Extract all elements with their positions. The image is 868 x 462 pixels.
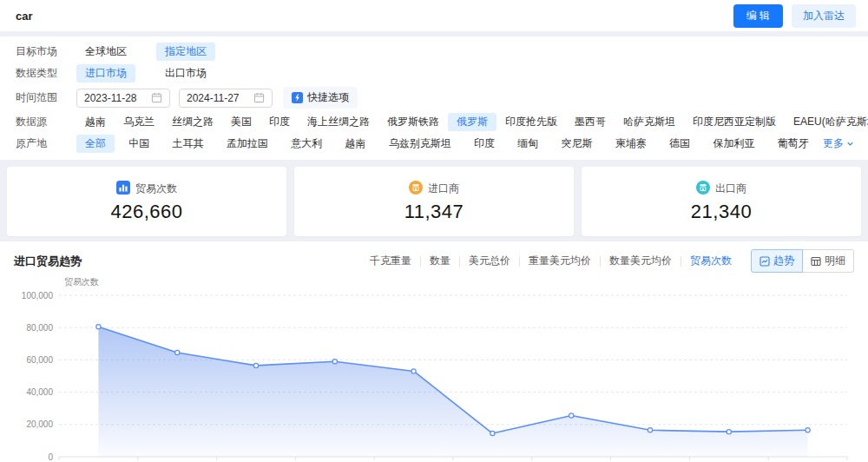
metric-usd-per-weight[interactable]: 重量美元均价 — [520, 254, 600, 268]
trend-view-button[interactable]: 趋势 — [751, 249, 803, 273]
filter-option[interactable]: 孟加拉国 — [218, 135, 277, 153]
stat-value: 21,340 — [691, 201, 752, 223]
filter-option[interactable]: 指定地区 — [156, 43, 215, 61]
filter-option[interactable]: 突尼斯 — [553, 135, 602, 153]
filter-option[interactable]: 印度 — [465, 135, 503, 153]
stat-card: 贸易次数426,660 — [7, 167, 286, 236]
filter-option[interactable]: 海上丝绸之路 — [299, 113, 378, 131]
filter-option[interactable]: 丝绸之路 — [163, 113, 222, 131]
filter-row-origin: 原产地 全部中国土耳其孟加拉国意大利越南乌兹别克斯坦印度缅甸突尼斯柬埔寨德国保加… — [16, 133, 854, 155]
filter-option[interactable]: 印度尼西亚定制版 — [684, 113, 785, 131]
stat-value: 11,347 — [404, 201, 464, 223]
importer-icon — [409, 181, 423, 197]
filter-option[interactable]: 越南 — [76, 113, 115, 131]
stat-label: 出口商 — [715, 182, 746, 196]
quick-select-icon — [292, 92, 303, 103]
filter-option[interactable]: 印度抢先版 — [496, 113, 566, 131]
filter-row-target-market: 目标市场 全球地区指定地区 — [16, 41, 854, 63]
svg-text:20,000: 20,000 — [26, 419, 53, 429]
filter-option[interactable]: 进口市场 — [76, 64, 135, 82]
chart-panel: 进口贸易趋势 千克重量 数量 美元总价 重量美元均价 数量美元均价 贸易次数 趋… — [0, 241, 868, 462]
stat-label: 进口商 — [428, 182, 459, 196]
chart-title: 进口贸易趋势 — [14, 254, 82, 269]
filter-row-data-type: 数据类型 进口市场出口市场 — [16, 63, 854, 84]
filter-option[interactable]: 中国 — [120, 135, 158, 153]
calendar-icon — [253, 92, 265, 103]
filter-option[interactable]: 葡萄牙 — [769, 135, 818, 153]
chart-toolbar: 千克重量 数量 美元总价 重量美元均价 数量美元均价 贸易次数 趋势 明细 — [361, 249, 854, 273]
filter-option[interactable]: 印度 — [260, 113, 299, 131]
svg-text:0: 0 — [48, 452, 53, 462]
svg-text:贸易次数: 贸易次数 — [64, 277, 99, 287]
filter-option[interactable]: 德国 — [661, 135, 699, 153]
add-to-radar-button[interactable]: 加入雷达 — [792, 4, 856, 28]
filter-label: 数据源 — [16, 115, 76, 129]
filter-option[interactable]: 美国 — [222, 113, 260, 131]
filter-option[interactable]: 越南 — [336, 135, 374, 153]
chevron-down-icon — [846, 140, 854, 148]
top-bar: car 编 辑 加入雷达 — [0, 0, 868, 31]
stat-card: 进口商11,347 — [294, 167, 574, 236]
detail-view-button[interactable]: 明细 — [803, 249, 854, 273]
trend-view-label: 趋势 — [773, 254, 794, 268]
filter-option[interactable]: 意大利 — [282, 135, 331, 153]
calendar-icon — [151, 92, 162, 103]
filter-option[interactable]: 缅甸 — [509, 135, 547, 153]
data-type-options: 进口市场出口市场 — [76, 64, 215, 82]
origin-options: 全部中国土耳其孟加拉国意大利越南乌兹别克斯坦印度缅甸突尼斯柬埔寨德国保加利亚葡萄… — [76, 135, 854, 153]
metric-trade-count[interactable]: 贸易次数 — [681, 254, 740, 268]
filter-option[interactable]: 土耳其 — [164, 135, 213, 153]
trend-chart-icon — [760, 256, 770, 267]
edit-button[interactable]: 编 辑 — [733, 4, 783, 28]
target-market-options: 全球地区指定地区 — [76, 43, 215, 61]
filter-label: 数据类型 — [16, 66, 76, 81]
data-source-options: 越南乌克兰丝绸之路美国印度海上丝绸之路俄罗斯铁路俄罗斯印度抢先版墨西哥哈萨克斯坦… — [76, 113, 868, 131]
filter-panel: 目标市场 全球地区指定地区 数据类型 进口市场出口市场 时间范围 2023-11… — [0, 36, 868, 160]
trend-area-chart: 020,00040,00060,00080,000100,000贸易次数2023… — [14, 276, 854, 462]
detail-view-label: 明细 — [825, 254, 845, 268]
view-toggle-group: 趋势 明细 — [751, 249, 854, 273]
filter-option[interactable]: 俄罗斯 — [448, 113, 496, 131]
filter-option[interactable]: 哈萨克斯坦 — [615, 113, 684, 131]
bar-chart-icon — [116, 181, 130, 197]
filter-option[interactable]: 俄罗斯铁路 — [378, 113, 448, 131]
stat-cards: 贸易次数426,660进口商11,347出口商21,340 — [7, 167, 861, 236]
svg-text:60,000: 60,000 — [26, 355, 53, 365]
svg-text:40,000: 40,000 — [26, 387, 53, 397]
metric-usd-per-qty[interactable]: 数量美元均价 — [601, 254, 681, 268]
filter-option[interactable]: 保加利亚 — [704, 135, 763, 153]
more-link[interactable]: 更多 — [823, 136, 854, 151]
page-title: car — [16, 10, 33, 23]
chart-header: 进口贸易趋势 千克重量 数量 美元总价 重量美元均价 数量美元均价 贸易次数 趋… — [14, 249, 854, 273]
exporter-icon — [696, 181, 710, 197]
start-date-value: 2023-11-28 — [84, 92, 137, 104]
filter-row-data-source: 数据源 越南乌克兰丝绸之路美国印度海上丝绸之路俄罗斯铁路俄罗斯印度抢先版墨西哥哈… — [16, 111, 854, 133]
quick-select-label: 快捷选项 — [307, 90, 349, 105]
filter-option[interactable]: 墨西哥 — [566, 113, 615, 131]
filter-option[interactable]: 全球地区 — [76, 43, 135, 61]
metric-usd-total[interactable]: 美元总价 — [460, 254, 519, 268]
filter-label: 目标市场 — [16, 44, 76, 59]
end-date-input[interactable]: 2024-11-27 — [179, 89, 273, 108]
end-date-value: 2024-11-27 — [187, 92, 240, 104]
svg-text:80,000: 80,000 — [26, 323, 53, 333]
filter-option[interactable]: 乌兹别克斯坦 — [380, 135, 460, 153]
stat-card: 出口商21,340 — [582, 167, 861, 236]
filter-label: 时间范围 — [16, 90, 76, 105]
svg-text:100,000: 100,000 — [22, 291, 54, 300]
filter-option[interactable]: 全部 — [76, 135, 115, 153]
filter-option[interactable]: EAEU(哈萨克斯坦) — [785, 113, 868, 131]
metric-kg-weight[interactable]: 千克重量 — [361, 254, 420, 268]
metric-quantity[interactable]: 数量 — [421, 254, 459, 268]
table-icon — [811, 256, 821, 267]
filter-option[interactable]: 柬埔寨 — [607, 135, 655, 153]
filter-option[interactable]: 出口市场 — [156, 64, 215, 82]
trend-chart: 020,00040,00060,00080,000100,000贸易次数2023… — [14, 276, 854, 462]
stat-value: 426,660 — [110, 201, 182, 223]
start-date-input[interactable]: 2023-11-28 — [76, 89, 170, 108]
filter-option[interactable]: 乌克兰 — [115, 113, 163, 131]
filter-row-time-range: 时间范围 2023-11-28 2024-11-27 快捷选项 — [16, 87, 854, 109]
filter-label: 原产地 — [16, 136, 76, 151]
quick-select-button[interactable]: 快捷选项 — [283, 87, 358, 109]
stat-label: 贸易次数 — [135, 182, 177, 196]
